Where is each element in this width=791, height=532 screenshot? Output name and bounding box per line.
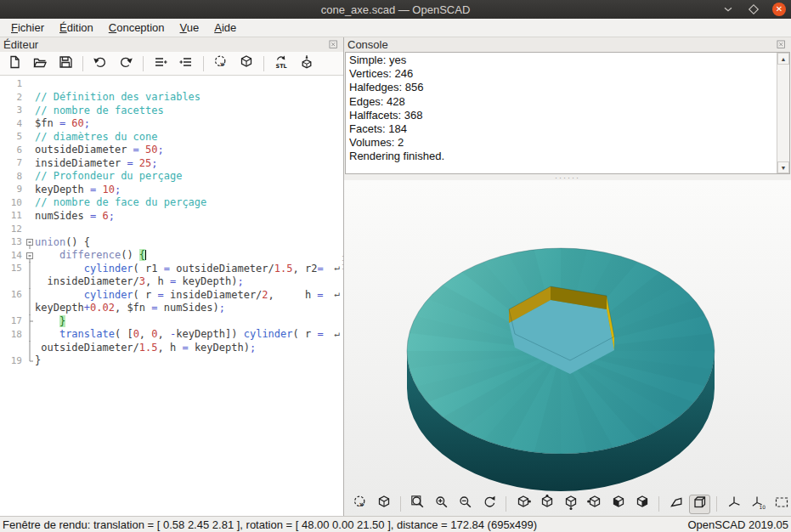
code-line: 10// nombre de face du perçage bbox=[0, 196, 343, 210]
menu-conception[interactable]: Conception bbox=[101, 20, 172, 36]
view-bottom-button[interactable] bbox=[560, 495, 581, 514]
preview-button[interactable]: » bbox=[349, 495, 370, 514]
open-icon bbox=[32, 54, 48, 73]
fold-marker-icon[interactable] bbox=[25, 249, 35, 263]
unindent-button[interactable] bbox=[150, 54, 172, 74]
perspective-button[interactable] bbox=[665, 495, 686, 514]
status-camera-info: Fenêtre de rendu: translation = [ 0.58 2… bbox=[3, 518, 537, 531]
view-left-button[interactable] bbox=[584, 495, 605, 514]
menu-edition[interactable]: Édition bbox=[52, 20, 101, 36]
zoom-in-icon bbox=[434, 495, 449, 513]
fold-margin bbox=[25, 354, 35, 368]
code-line: 5// diamètres du cone bbox=[0, 130, 343, 144]
export-stl-button[interactable]: STL bbox=[270, 54, 292, 74]
open-button[interactable] bbox=[29, 54, 51, 74]
zoom-out-button[interactable] bbox=[455, 495, 476, 514]
code-text: insideDiameter = 25; bbox=[35, 157, 343, 169]
scroll-up-icon[interactable]: ▲ bbox=[777, 53, 789, 65]
print-3d-button[interactable] bbox=[296, 54, 318, 74]
toolbar-separator bbox=[82, 56, 83, 71]
maximize-button[interactable] bbox=[747, 3, 760, 16]
preview-icon: » bbox=[353, 495, 368, 513]
save-button[interactable] bbox=[54, 54, 76, 74]
code-line: 9keyDepth = 10; bbox=[0, 183, 343, 196]
render-button[interactable] bbox=[235, 54, 257, 74]
code-text: keyDepth = 10; bbox=[35, 184, 343, 195]
main-area: Éditeur »STL 12// Définition des variabl… bbox=[0, 37, 791, 516]
line-number: 7 bbox=[0, 157, 25, 168]
new-file-button[interactable] bbox=[3, 54, 25, 74]
view-back-button[interactable] bbox=[631, 495, 653, 514]
view-top-button[interactable] bbox=[536, 495, 557, 514]
view-all-icon bbox=[774, 495, 789, 513]
window-controls: ✕ bbox=[721, 0, 786, 19]
fold-margin bbox=[25, 104, 35, 117]
view-all-button[interactable] bbox=[771, 495, 791, 514]
editor-header: Éditeur bbox=[0, 37, 343, 52]
vertical-splitter-handle[interactable]: ···· bbox=[342, 254, 345, 271]
reset-view-button[interactable] bbox=[478, 495, 500, 514]
console-line: Facets: 184 bbox=[349, 122, 786, 136]
scroll-down-icon[interactable]: ▼ bbox=[777, 161, 789, 173]
fold-margin bbox=[25, 130, 35, 144]
code-line: 18 translate( [0, 0, -keyDepth]) cylinde… bbox=[0, 328, 343, 342]
view-front-button[interactable] bbox=[607, 495, 629, 514]
console-scrollbar[interactable]: ▲ ▼ bbox=[777, 53, 789, 173]
titlebar[interactable]: cone_axe.scad — OpenSCAD ✕ bbox=[0, 0, 791, 19]
fold-margin bbox=[25, 170, 35, 184]
console-header: Console bbox=[344, 37, 791, 52]
line-wrap-icon: ↵ bbox=[334, 328, 340, 339]
statusbar: Fenêtre de rendu: translation = [ 0.58 2… bbox=[0, 516, 791, 532]
render-button[interactable] bbox=[373, 495, 394, 514]
zoom-in-button[interactable] bbox=[431, 495, 452, 514]
menu-vue[interactable]: Vue bbox=[172, 20, 207, 36]
horizontal-splitter[interactable]: ······ bbox=[344, 174, 791, 180]
line-number: 5 bbox=[0, 131, 25, 142]
show-scale-markers-button[interactable]: 10 bbox=[747, 495, 768, 514]
minimize-button[interactable] bbox=[721, 3, 735, 16]
code-text: numSides = 6; bbox=[35, 210, 343, 222]
code-line: 3// nombre de facettes bbox=[0, 104, 343, 117]
menu-fichier[interactable]: Fichier bbox=[3, 20, 52, 36]
redo-button[interactable] bbox=[115, 54, 137, 74]
preview-button[interactable]: » bbox=[210, 54, 232, 74]
code-editor[interactable]: 12// Définition des variables3// nombre … bbox=[0, 76, 343, 516]
menu-aide[interactable]: Aide bbox=[206, 20, 244, 36]
code-line: 6outsideDiameter = 50; bbox=[0, 144, 343, 157]
code-text: translate( [0, 0, -keyDepth]) cylinder( … bbox=[35, 328, 343, 340]
code-line: insideDiameter/3, h = keyDepth); bbox=[0, 275, 343, 289]
fold-margin bbox=[25, 144, 35, 157]
preview-icon: » bbox=[213, 54, 229, 73]
show-axes-button[interactable] bbox=[723, 495, 744, 514]
console-line: Vertices: 246 bbox=[349, 67, 786, 81]
indent-icon bbox=[178, 54, 194, 73]
view-front-icon bbox=[611, 495, 626, 513]
splitter-handle[interactable]: ······ bbox=[555, 176, 580, 179]
close-button[interactable]: ✕ bbox=[772, 3, 786, 16]
fold-marker-icon[interactable] bbox=[25, 235, 35, 249]
indent-button[interactable] bbox=[175, 54, 197, 74]
zoom-all-button[interactable] bbox=[407, 495, 428, 514]
code-text: } bbox=[35, 354, 343, 366]
openscad-window: cone_axe.scad — OpenSCAD ✕ FichierÉditio… bbox=[0, 0, 791, 532]
line-wrap-icon: ↵ bbox=[334, 288, 340, 299]
undo-button[interactable] bbox=[89, 54, 111, 74]
orthographic-button[interactable] bbox=[689, 495, 710, 514]
toolbar-separator bbox=[400, 496, 401, 512]
line-number: 13 bbox=[0, 236, 25, 247]
console-close-button[interactable] bbox=[776, 39, 788, 51]
fold-margin bbox=[25, 91, 35, 105]
line-number: 8 bbox=[0, 171, 25, 182]
code-line: 17 } bbox=[0, 314, 343, 328]
redo-icon bbox=[118, 54, 133, 73]
view-right-button[interactable] bbox=[512, 495, 534, 514]
console-line: Edges: 428 bbox=[349, 95, 786, 109]
view-back-icon bbox=[635, 495, 650, 513]
print-3d-icon bbox=[299, 54, 314, 73]
editor-close-button[interactable] bbox=[328, 39, 340, 51]
zoom-all-icon bbox=[410, 495, 426, 513]
3d-viewport[interactable]: »10 bbox=[344, 180, 791, 516]
line-number: 6 bbox=[0, 144, 25, 156]
fold-margin bbox=[25, 275, 35, 289]
zoom-out-icon bbox=[458, 495, 473, 513]
